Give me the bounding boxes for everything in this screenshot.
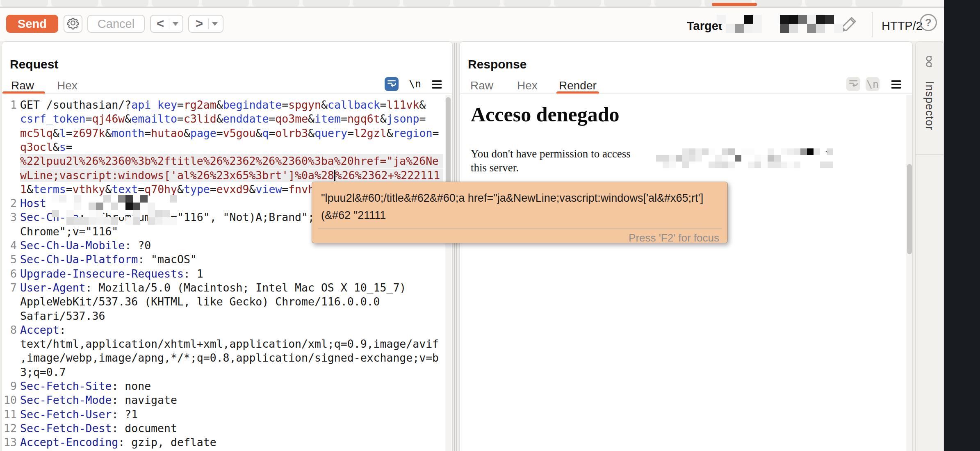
prettify-toggle-button-disabled [846, 77, 860, 91]
request-editor-row[interactable]: 9Sec-Fetch-Site: none [2, 379, 445, 393]
app-tab[interactable] [654, 0, 702, 7]
cancel-button[interactable]: Cancel [87, 15, 145, 33]
redacted-target-value [717, 15, 836, 33]
render-body-line: this server. [471, 162, 519, 174]
request-editor-row[interactable]: q3ocl&s= [2, 140, 445, 154]
request-editor-row[interactable]: wLine;vascript:windows['al%26%23x65%3brt… [2, 168, 445, 182]
request-editor-row[interactable]: 7User-Agent: Mozilla/5.0 (Macintosh; Int… [2, 280, 445, 295]
forward-history-button[interactable]: > [188, 15, 223, 33]
app-tab[interactable] [755, 0, 802, 7]
request-editor-row[interactable]: 13Accept-Encoding: gzip, deflate [2, 435, 445, 449]
line-number: 1 [2, 98, 17, 112]
chevron-down-icon[interactable] [173, 22, 178, 26]
response-tab-render[interactable]: Render [559, 79, 597, 92]
line-number: 8 [2, 323, 17, 337]
line-number: 7 [2, 280, 17, 295]
send-settings-button[interactable] [64, 15, 82, 33]
response-menu-icon[interactable] [891, 79, 901, 90]
app-tab[interactable] [353, 0, 400, 7]
request-editor-row[interactable]: 10Sec-Fetch-Mode: navigate [2, 393, 445, 407]
line-number: 2 [2, 196, 17, 210]
app-tab[interactable] [101, 0, 148, 7]
show-newlines-toggle-disabled: \n [866, 77, 880, 91]
request-editor-row[interactable]: ,image/webp,image/apng,*/*;q=0.8,applica… [2, 351, 445, 365]
active-tab-indicator [712, 3, 757, 6]
app-tab[interactable] [554, 0, 601, 7]
back-history-button[interactable]: < [150, 15, 183, 33]
screen-right-dark-strip [944, 0, 980, 451]
redacted-response-text [656, 148, 833, 167]
request-scrollbar-thumb[interactable] [446, 97, 451, 194]
app-tab[interactable] [604, 0, 651, 7]
toolbar-divider [872, 12, 873, 37]
tooltip-divider [318, 228, 722, 229]
app-tab[interactable] [805, 0, 852, 7]
line-number: 3 [2, 210, 17, 224]
request-editor-row[interactable]: AppleWebKit/537.36 (KHTML, like Gecko) C… [2, 294, 445, 309]
inspector-title[interactable]: Inspector [923, 81, 936, 130]
response-panel-title: Response [468, 57, 526, 71]
app-tab[interactable] [51, 0, 98, 7]
tooltip-focus-hint: Press 'F2' for focus [629, 232, 719, 244]
redacted-host-value [52, 195, 171, 221]
app-tab[interactable] [202, 0, 249, 7]
line-number: 11 [2, 407, 17, 421]
help-icon[interactable]: ? [920, 14, 937, 31]
request-editor-row[interactable]: csrf_token=qj46w&emailto=c3lid&enddate=q… [2, 112, 445, 126]
request-editor-row[interactable]: 14Accept-Language: zh-CN,zh;q=0.9,en;q=0… [2, 449, 445, 451]
response-tab-hex[interactable]: Hex [517, 79, 538, 92]
render-page-heading: Acceso denegado [471, 102, 619, 126]
app-tab[interactable] [152, 0, 199, 7]
line-number: 6 [2, 266, 17, 281]
line-number: 14 [2, 449, 17, 451]
app-tab[interactable] [855, 0, 903, 7]
app-tab-strip [0, 0, 980, 7]
panel-splitter[interactable] [454, 43, 455, 451]
request-editor-row[interactable]: 12Sec-Fetch-Dest: document [2, 421, 445, 435]
http-version-label[interactable]: HTTP/2 [882, 19, 923, 33]
word-wrap-icon [848, 78, 859, 90]
request-editor-row[interactable]: 6Upgrade-Insecure-Requests: 1 [2, 266, 445, 281]
payload-preview-tooltip: "lpuu2l&#60;/title&#62&#60;a href="ja&Ne… [312, 182, 728, 243]
app-tab[interactable] [504, 0, 551, 7]
gear-icon [66, 16, 80, 31]
app-tab[interactable] [403, 0, 450, 7]
response-scrollbar[interactable] [906, 95, 912, 451]
line-number: 9 [2, 379, 17, 393]
request-editor-row[interactable]: 3;q=0.7 [2, 365, 445, 379]
line-number: 12 [2, 421, 17, 435]
app-tab[interactable] [303, 0, 350, 7]
request-editor-row[interactable]: 5Sec-Ch-Ua-Platform: "macOS" [2, 252, 445, 266]
forward-arrow-glyph: > [196, 16, 203, 31]
tooltip-decoded-payload-line: (&#62 "21111 [321, 209, 386, 222]
app-tab[interactable] [252, 0, 299, 7]
app-tab[interactable] [1, 0, 48, 7]
burp-repeater-screen: Send Cancel < > Target [0, 0, 980, 451]
request-editor-row[interactable]: 1GET /southasian/?api_key=rg2am&begindat… [2, 98, 445, 112]
request-editor-row[interactable]: %22lpuu2l%26%2360%3b%2ftitle%26%2362%26%… [2, 154, 445, 168]
request-editor-row[interactable]: mc5lq&l=z697k&month=hutao&page=v5gou&q=o… [2, 126, 445, 140]
request-panel: Request Raw Hex \n 1GET /southasian/?api… [2, 41, 453, 451]
response-header-divider [460, 93, 912, 94]
repeater-toolbar: Send Cancel < > Target [0, 8, 980, 41]
request-editor-row[interactable]: 11Sec-Fetch-User: ?1 [2, 407, 445, 421]
panel-splitter[interactable] [456, 43, 457, 451]
render-body-line: You don't have permission to access [471, 148, 631, 160]
split-button-divider [208, 18, 209, 29]
request-editor[interactable]: 1GET /southasian/?api_key=rg2am&begindat… [2, 42, 452, 451]
chevron-down-icon[interactable] [212, 22, 218, 26]
send-button[interactable]: Send [6, 15, 58, 33]
response-tab-raw[interactable]: Raw [470, 79, 493, 92]
request-editor-row[interactable]: 8Accept: [2, 323, 445, 337]
line-number: 4 [2, 238, 17, 253]
request-editor-row[interactable]: Safari/537.36 [2, 309, 445, 323]
response-scrollbar-thumb[interactable] [907, 164, 912, 254]
request-editor-row[interactable]: text/html,application/xhtml+xml,applicat… [2, 337, 445, 351]
inspector-glasses-icon[interactable] [922, 53, 937, 71]
line-number: 5 [2, 252, 17, 266]
back-arrow-glyph: < [157, 16, 164, 31]
line-number: 10 [2, 393, 17, 407]
line-number: 13 [2, 435, 17, 449]
tooltip-decoded-payload-line: "lpuu2l&#60;/title&#62&#60;a href="ja&Ne… [321, 192, 703, 205]
app-tab[interactable] [453, 0, 500, 7]
